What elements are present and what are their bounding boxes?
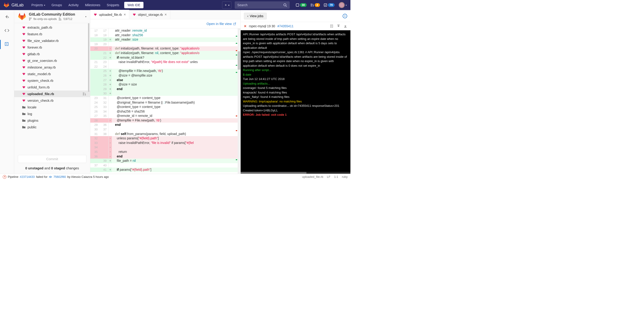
diff-editor[interactable]: 1717 attr_reader :remote_id1818 attr_rea…	[90, 28, 240, 174]
svg-point-10	[29, 20, 30, 20]
svg-point-14	[60, 20, 61, 20]
sidebar: GitLab Community Edition fix-only-os-upl…	[14, 10, 90, 174]
open-in-file-view-link[interactable]: Open in file view	[206, 22, 236, 26]
file-name: log	[28, 112, 32, 116]
tab-bar: uploaded_file.rb×object_storage.rb×	[90, 10, 240, 19]
file-row[interactable]: forever.rb	[14, 44, 90, 51]
todos-badge[interactable]: 79	[324, 3, 334, 7]
document-icon[interactable]	[330, 24, 334, 28]
editor: uploaded_file.rb×object_storage.rb× Open…	[90, 10, 240, 174]
mr-number: !19712	[63, 17, 72, 20]
branch-icon	[29, 18, 32, 20]
file-row[interactable]: milestone_array.rb	[14, 64, 90, 70]
file-row[interactable]: file_size_validator.rb	[14, 37, 90, 44]
search-icon	[283, 3, 287, 7]
job-subheader: ✕ rspec-mysql 19 30 #74355411	[241, 22, 350, 30]
scroll-bottom-icon[interactable]	[344, 24, 347, 28]
file-row[interactable]: uploaded_file.rb	[14, 90, 90, 97]
scrollbar[interactable]	[238, 28, 240, 174]
user-avatar[interactable]	[339, 2, 345, 8]
file-name: uploaded_file.rb	[28, 92, 54, 96]
file-row[interactable]: extracts_path.rb	[14, 24, 90, 31]
diff-line: 2936 end	[90, 122, 240, 127]
info-icon[interactable]: i	[343, 14, 347, 18]
file-row[interactable]: version_check.rb	[14, 97, 90, 104]
project-logo	[18, 12, 26, 20]
issues-badge[interactable]: 30	[296, 3, 307, 7]
diff-line: 3138 def self.from_params(params, field,…	[90, 132, 240, 136]
file-row[interactable]: locale	[14, 104, 90, 110]
nav-groups[interactable]: Groups	[48, 3, 65, 7]
close-icon[interactable]: ×	[164, 12, 166, 17]
file-row[interactable]: gt_one_coercion.rb	[14, 57, 90, 64]
diff-line: 25+ @tempfile = File.new(path, 'rb')	[90, 69, 240, 73]
editor-subheader: Open in file view	[90, 19, 240, 28]
commit-link[interactable]: 75602f80	[54, 175, 66, 178]
search-box[interactable]	[235, 2, 290, 9]
svg-point-15	[83, 92, 84, 94]
terminal-line: $ date	[243, 72, 348, 77]
scroll-top-icon[interactable]	[337, 24, 340, 28]
terminal-output[interactable]: API::Runner /api/v4/jobs artifacts POST …	[241, 30, 350, 172]
chevron-down-icon[interactable]: ▾	[85, 15, 86, 18]
diff-line: 2331 @content_type = content_type	[90, 96, 240, 100]
editor-tab[interactable]: object_storage.rb×	[129, 10, 170, 19]
terminal-line: API::Runner /api/v4/jobs artifacts POST …	[243, 32, 348, 50]
terminal-line: Running after script...	[243, 68, 348, 72]
jobs-header: ‹View jobs i	[241, 10, 350, 22]
nav-activity[interactable]: Activity	[65, 3, 82, 7]
file-row[interactable]: system_check.rb	[14, 77, 90, 84]
merge-request-icon	[59, 18, 62, 20]
editor-tab[interactable]: uploaded_file.rb×	[90, 10, 129, 19]
terminal-line: knapsack/: found 4 matching files	[243, 90, 348, 95]
diff-line: 3037	[90, 127, 240, 132]
diff-line: 30+	[90, 91, 240, 96]
chevron-down-icon: ▾	[228, 4, 230, 6]
status-eol: LF	[327, 175, 330, 178]
file-name: system_check.rb	[28, 78, 54, 82]
diff-line: 33- raise InvalidPathError, "file is inv…	[90, 141, 240, 145]
file-row[interactable]: static_model.rb	[14, 70, 90, 77]
issues-icon	[296, 3, 299, 7]
diff-line: 29+ end	[90, 87, 240, 92]
svg-point-4	[311, 6, 312, 6]
terminal-line: coverage/: found 5 matching files	[243, 86, 348, 90]
mr-badge[interactable]: 2	[310, 3, 320, 7]
file-row[interactable]: gitlab.rb	[14, 51, 90, 57]
file-name: version_check.rb	[28, 98, 54, 102]
search-input[interactable]	[238, 3, 283, 7]
back-icon[interactable]	[4, 14, 10, 20]
gitlab-logo	[4, 2, 9, 8]
file-row[interactable]: unfold_form.rb	[14, 84, 90, 90]
close-icon[interactable]: ×	[124, 12, 126, 17]
file-row[interactable]: plugins	[14, 117, 90, 124]
file-name: feature.rb	[28, 32, 42, 36]
svg-point-0	[284, 4, 286, 6]
scrollbar[interactable]	[88, 23, 90, 92]
webide-button[interactable]: Web IDE	[124, 2, 144, 8]
review-icon[interactable]	[4, 42, 10, 47]
nav-snippets[interactable]: Snippets	[104, 3, 122, 7]
terminal-scrollbar[interactable]	[241, 172, 350, 174]
file-name: locale	[28, 105, 36, 109]
file-name: static_model.rb	[28, 72, 51, 76]
commit-button[interactable]: Commit	[18, 155, 86, 163]
chevron-left-icon: ‹	[247, 14, 248, 18]
diff-line: 32- unless params["#{field}.path"]	[90, 136, 240, 141]
diff-line: 41+ if params["#{field}.path"]	[90, 168, 240, 172]
code-icon[interactable]	[4, 28, 10, 34]
diff-line: 39+ file_path = nil	[90, 158, 240, 163]
file-row[interactable]: log	[14, 110, 90, 117]
changes-text: 0 unstaged and 0 staged changes	[18, 166, 86, 170]
diff-line: 22+ if remote_id.blank?	[90, 56, 240, 60]
view-jobs-button[interactable]: ‹View jobs	[244, 12, 267, 20]
diff-line: 35- return	[90, 150, 240, 154]
pipeline-link[interactable]: #23714433	[20, 175, 34, 178]
file-row[interactable]: public	[14, 124, 90, 130]
diff-line: 2735 @remote_id = remote_id	[90, 114, 240, 118]
job-hash[interactable]: #74355411	[277, 24, 293, 28]
nav-projects[interactable]: Projects▾	[28, 3, 48, 7]
new-dropdown[interactable]: ＋▾	[222, 2, 232, 9]
file-row[interactable]: feature.rb	[14, 31, 90, 37]
nav-milestones[interactable]: Milestones	[82, 3, 104, 7]
